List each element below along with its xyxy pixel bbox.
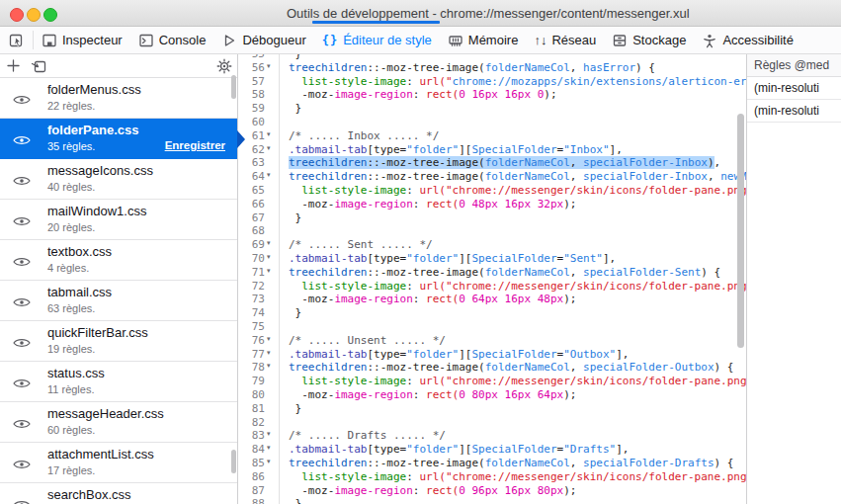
fold-marker-icon[interactable]: ▾ xyxy=(267,456,271,469)
visibility-eye-icon[interactable] xyxy=(13,94,31,106)
visibility-eye-icon[interactable] xyxy=(13,296,31,308)
fold-marker-icon[interactable]: ▾ xyxy=(267,347,271,361)
code-line[interactable]: treechildren::-moz-tree-image(folderName… xyxy=(281,361,746,375)
line-number[interactable]: 70 xyxy=(238,252,265,266)
save-link[interactable]: Enregistrer xyxy=(165,139,225,151)
visibility-eye-toggle[interactable] xyxy=(13,132,31,150)
line-number[interactable]: 78 xyxy=(238,361,265,375)
line-number[interactable]: 86 xyxy=(238,470,265,484)
line-number[interactable]: 57 xyxy=(238,75,265,89)
tab--diteur-de-style[interactable]: {}Éditeur de style xyxy=(314,27,440,53)
visibility-eye-toggle[interactable] xyxy=(13,213,31,231)
visibility-eye-icon[interactable] xyxy=(13,175,31,187)
visibility-eye-toggle[interactable] xyxy=(13,92,31,110)
line-number[interactable]: 58 xyxy=(238,88,265,102)
code-line[interactable]: /* ..... Inbox ..... */ xyxy=(281,129,746,143)
code-line[interactable]: } xyxy=(281,102,746,116)
line-number[interactable]: 65 xyxy=(238,184,265,198)
code-line[interactable]: treechildren::-moz-tree-image(folderName… xyxy=(281,61,746,75)
line-number[interactable]: 76 xyxy=(238,334,265,348)
visibility-eye-icon[interactable] xyxy=(13,134,31,146)
fold-marker-icon[interactable]: ▾ xyxy=(267,169,271,183)
code-line[interactable]: list-style-image: url("chrome://messenge… xyxy=(281,280,746,294)
code-line[interactable]: /* ..... Sent ..... */ xyxy=(281,238,746,252)
line-number[interactable]: 64 xyxy=(238,170,265,184)
code-line[interactable]: } xyxy=(281,211,746,225)
code-line[interactable]: treechildren::-moz-tree-image(folderName… xyxy=(281,266,746,280)
line-number[interactable]: 87 xyxy=(238,484,265,498)
code-line[interactable]: /* ..... Drafts ..... */ xyxy=(281,429,746,443)
tab-accessibilit-[interactable]: Accessibilité xyxy=(694,27,801,53)
pick-element-button[interactable] xyxy=(0,27,33,53)
code-line[interactable]: -moz-image-region: rect(0 64px 16px 48px… xyxy=(281,293,746,306)
code-line[interactable]: .tabmail-tab[type="folder"][SpecialFolde… xyxy=(281,348,746,362)
line-number[interactable]: 83 xyxy=(238,429,265,443)
fold-marker-icon[interactable]: ▾ xyxy=(267,128,271,142)
line-number[interactable]: 63 xyxy=(238,156,265,170)
stylesheet-item[interactable]: messageHeader.css60 règles. xyxy=(0,402,237,443)
code-line[interactable] xyxy=(281,224,746,238)
line-number[interactable]: 60 xyxy=(238,116,265,129)
line-number[interactable]: 68 xyxy=(238,224,265,238)
line-number[interactable]: 66 xyxy=(238,198,265,211)
fold-marker-icon[interactable]: ▾ xyxy=(267,428,271,442)
line-number[interactable]: 75 xyxy=(238,320,265,334)
stylesheet-item[interactable]: attachmentList.css17 règles. xyxy=(0,443,237,483)
stylesheet-item[interactable]: status.css11 règles. xyxy=(0,362,237,402)
line-number[interactable]: 59 xyxy=(238,102,265,116)
code-line[interactable] xyxy=(281,416,746,430)
visibility-eye-toggle[interactable] xyxy=(13,173,31,191)
visibility-eye-icon[interactable] xyxy=(13,459,31,470)
code-line[interactable]: .tabmail-tab[type="folder"][SpecialFolde… xyxy=(281,143,746,157)
code-line[interactable]: .tabmail-tab[type="folder"][SpecialFolde… xyxy=(281,252,746,266)
code-line[interactable]: list-style-image: url("chrome://messenge… xyxy=(281,375,746,388)
style-editor-source[interactable]: 5556▾5758596061▾62▾6364▾6566676869▾70▾71… xyxy=(238,54,746,504)
minimize-window-button[interactable] xyxy=(27,8,41,22)
line-number[interactable]: 80 xyxy=(238,388,265,402)
code-line[interactable]: } xyxy=(281,54,746,61)
stylesheet-item[interactable]: tabmail.css63 règles. xyxy=(0,281,237,321)
code-line[interactable]: treechildren::-moz-tree-image(folderName… xyxy=(281,457,746,470)
fold-marker-icon[interactable]: ▾ xyxy=(267,60,271,74)
code-line[interactable]: -moz-image-region: rect(0 80px 16px 64px… xyxy=(281,388,746,402)
sidebar-scrollbar-thumb[interactable] xyxy=(231,450,236,473)
stylesheet-item[interactable]: folderPane.css35 règles.Enregistrer xyxy=(0,119,237,159)
fold-marker-icon[interactable]: ▾ xyxy=(267,333,271,347)
code-line[interactable]: -moz-image-region: rect(0 48px 16px 32px… xyxy=(281,198,746,211)
tab-m-moire[interactable]: Mémoire xyxy=(440,27,527,53)
visibility-eye-toggle[interactable] xyxy=(13,497,31,504)
stylesheet-item[interactable]: folderMenus.css22 règles. xyxy=(0,78,237,119)
line-number[interactable]: 74 xyxy=(238,306,265,320)
fold-marker-icon[interactable]: ▾ xyxy=(267,360,271,374)
line-number[interactable]: 77 xyxy=(238,348,265,362)
line-number[interactable]: 56 xyxy=(238,61,265,75)
code-line[interactable]: list-style-image: url("chrome://messenge… xyxy=(281,184,746,198)
code-line[interactable]: } xyxy=(281,306,746,320)
stylesheet-item[interactable]: quickFilterBar.css19 règles. xyxy=(0,321,237,362)
tab-r-seau[interactable]: ↑↓Réseau xyxy=(526,27,604,53)
line-number[interactable]: 85 xyxy=(238,457,265,470)
stylesheet-item[interactable]: messageIcons.css40 règles. xyxy=(0,159,237,200)
visibility-eye-toggle[interactable] xyxy=(13,376,31,393)
code-line[interactable] xyxy=(281,320,746,334)
fold-marker-icon[interactable]: ▾ xyxy=(267,265,271,279)
fold-marker-icon[interactable]: ▾ xyxy=(267,237,271,251)
import-stylesheet-button[interactable] xyxy=(26,55,51,77)
fold-marker-icon[interactable]: ▾ xyxy=(267,142,271,156)
line-number[interactable]: 55 xyxy=(238,54,265,61)
code-line[interactable]: .tabmail-tab[type="folder"][SpecialFolde… xyxy=(281,443,746,457)
visibility-eye-toggle[interactable] xyxy=(13,416,31,434)
code-line[interactable]: treechildren::-moz-tree-image(folderName… xyxy=(281,156,746,170)
tab-inspecteur[interactable]: Inspecteur xyxy=(34,27,130,53)
style-editor-options-button[interactable] xyxy=(211,55,237,77)
visibility-eye-toggle[interactable] xyxy=(13,335,31,353)
editor-code-area[interactable]: }treechildren::-moz-tree-image(folderNam… xyxy=(281,54,746,504)
line-number[interactable]: 88 xyxy=(238,497,265,504)
tab-console[interactable]: Console xyxy=(130,27,214,53)
tab-d-bogueur[interactable]: Débogueur xyxy=(213,27,313,53)
visibility-eye-icon[interactable] xyxy=(13,418,31,430)
add-stylesheet-button[interactable] xyxy=(0,55,26,77)
visibility-eye-icon[interactable] xyxy=(13,337,31,349)
line-number[interactable]: 69 xyxy=(238,238,265,252)
zoom-window-button[interactable] xyxy=(43,8,57,22)
